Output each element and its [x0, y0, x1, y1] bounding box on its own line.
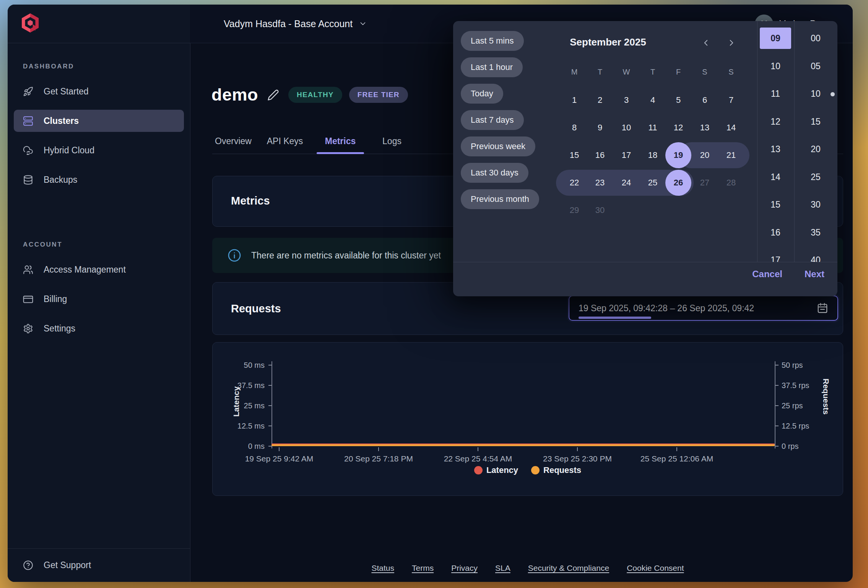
sidebar-item-label: Access Management	[44, 265, 126, 275]
sidebar-item-label: Get Support	[44, 560, 91, 570]
sidebar-section-dashboard: DASHBOARDGet StartedClustersHybrid Cloud…	[8, 63, 190, 191]
requests-card-title: Requests	[231, 302, 281, 315]
alert-message: There are no metrics available for this …	[251, 250, 441, 261]
legend-item-requests: Requests	[531, 465, 581, 475]
date-range-value: 19 Sep 2025, 09:42:28 – 26 Sep 2025, 09:…	[579, 303, 754, 313]
hour-option-13[interactable]: 13	[760, 138, 791, 160]
hour-option-17[interactable]: 17	[760, 249, 791, 262]
minute-option-25[interactable]: 25	[800, 166, 831, 188]
footer-link-cookie-consent[interactable]: Cookie Consent	[627, 564, 684, 573]
hour-option-15[interactable]: 15	[760, 194, 791, 215]
sidebar-item-clusters[interactable]: Clusters	[14, 110, 184, 132]
rocket-icon	[23, 86, 33, 97]
info-circle-icon	[228, 249, 241, 262]
edit-pencil-icon[interactable]	[267, 89, 279, 101]
hour-option-12[interactable]: 12	[760, 111, 791, 132]
sidebar-header	[8, 5, 190, 43]
sidebar: DASHBOARDGet StartedClustersHybrid Cloud…	[8, 5, 190, 582]
hour-option-11[interactable]: 11	[760, 83, 791, 104]
tab-metrics[interactable]: Metrics	[325, 130, 356, 152]
chevron-down-icon	[359, 19, 367, 28]
cancel-button[interactable]: Cancel	[752, 269, 782, 279]
date-input-segment-underline	[579, 317, 651, 319]
date-range-input[interactable]: 19 Sep 2025, 09:42:28 – 26 Sep 2025, 09:…	[569, 296, 838, 321]
sidebar-item-label: Get Started	[44, 86, 89, 97]
sidebar-nav-list: Get StartedClustersHybrid CloudBackups	[8, 80, 190, 191]
sidebar-item-get-support[interactable]: Get Support	[8, 548, 190, 582]
sidebar-item-settings[interactable]: Settings	[14, 317, 184, 339]
minute-option-40[interactable]: 40	[800, 249, 831, 262]
footer-link-sla[interactable]: SLA	[495, 564, 510, 573]
account-switcher[interactable]: Vadym Hasdfa - Base Account	[224, 5, 367, 43]
cluster-name: demo	[211, 85, 258, 105]
minute-option-15[interactable]: 15	[800, 111, 831, 132]
sidebar-item-label: Hybrid Cloud	[44, 145, 94, 156]
popup-divider	[453, 262, 837, 262]
backups-icon	[23, 175, 33, 185]
sidebar-item-label: Clusters	[44, 116, 79, 126]
sidebar-section-account: ACCOUNTAccess ManagementBillingSettings	[8, 241, 190, 339]
status-badge-free-tier: FREE TIER	[349, 87, 408, 103]
badge-row: HEALTHYFREE TIER	[288, 87, 408, 103]
billing-icon	[23, 294, 33, 304]
next-button[interactable]: Next	[805, 269, 824, 279]
requests-legend-dot-icon	[531, 466, 540, 474]
sidebar-item-label: Backups	[44, 175, 77, 185]
minute-option-20[interactable]: 20	[800, 138, 831, 160]
chart-legend: LatencyRequests	[212, 465, 843, 475]
sidebar-item-access-management[interactable]: Access Management	[14, 258, 184, 281]
account-switcher-label: Vadym Hasdfa - Base Account	[224, 18, 353, 29]
sidebar-item-backups[interactable]: Backups	[14, 169, 184, 191]
active-tab-underline	[317, 152, 364, 154]
hour-option-10[interactable]: 10	[760, 55, 791, 77]
tab-overview[interactable]: Overview	[215, 130, 252, 152]
scrollbar-thumb[interactable]	[831, 92, 835, 96]
sidebar-item-label: Settings	[44, 323, 75, 334]
date-picker-popup: Last 5 minsLast 1 hourTodayLast 7 daysPr…	[453, 21, 837, 296]
minute-option-10[interactable]: 10	[800, 83, 831, 104]
footer-link-status[interactable]: Status	[371, 564, 394, 573]
metrics-card-title: Metrics	[231, 195, 270, 207]
footer-link-security-compliance[interactable]: Security & Compliance	[528, 564, 609, 573]
legend-label: Latency	[486, 465, 518, 475]
time-columns: 091011121314151617000510152025303540	[453, 21, 837, 262]
sidebar-item-get-started[interactable]: Get Started	[14, 80, 184, 102]
settings-icon	[23, 323, 33, 334]
sidebar-section-label: ACCOUNT	[8, 241, 190, 258]
footer-link-privacy[interactable]: Privacy	[451, 564, 478, 573]
minute-option-30[interactable]: 30	[800, 194, 831, 215]
hour-option-14[interactable]: 14	[760, 166, 791, 188]
latency-legend-dot-icon	[474, 466, 483, 474]
sidebar-item-label: Billing	[44, 294, 67, 304]
sidebar-nav-list: Access ManagementBillingSettings	[8, 258, 190, 339]
access-management-icon	[23, 265, 33, 275]
sidebar-section-label: DASHBOARD	[8, 63, 190, 80]
calendar-icon[interactable]	[817, 302, 828, 314]
sidebar-item-billing[interactable]: Billing	[14, 288, 184, 310]
hour-option-16[interactable]: 16	[760, 222, 791, 243]
tab-api-keys[interactable]: API Keys	[267, 130, 303, 152]
app-window: DASHBOARDGet StartedClustersHybrid Cloud…	[8, 5, 853, 582]
minute-option-35[interactable]: 35	[800, 222, 831, 243]
legend-label: Requests	[543, 465, 581, 475]
minute-option-05[interactable]: 05	[800, 55, 831, 77]
tab-logs[interactable]: Logs	[382, 130, 401, 152]
minute-option-00[interactable]: 00	[800, 28, 831, 49]
sidebar-item-hybrid-cloud[interactable]: Hybrid Cloud	[14, 139, 184, 161]
footer-link-terms[interactable]: Terms	[412, 564, 434, 573]
hybrid-cloud-icon	[23, 145, 33, 156]
cluster-title-row: demo HEALTHYFREE TIER	[211, 85, 408, 105]
clusters-icon	[23, 116, 33, 126]
hour-option-09[interactable]: 09	[760, 28, 791, 49]
popup-actions: Cancel Next	[752, 269, 824, 279]
qdrant-logo-icon	[21, 13, 39, 34]
footer: StatusTermsPrivacySLASecurity & Complian…	[275, 564, 780, 573]
status-badge-healthy: HEALTHY	[288, 87, 342, 103]
legend-item-latency: Latency	[474, 465, 518, 475]
help-circle-icon	[23, 560, 33, 570]
